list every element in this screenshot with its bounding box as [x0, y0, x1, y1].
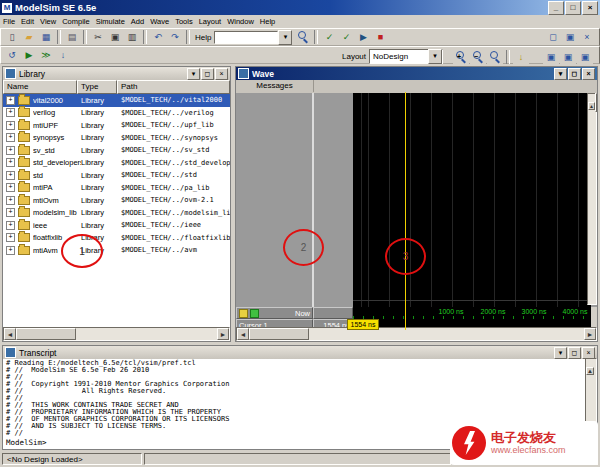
scroll-thumb[interactable] [16, 328, 76, 340]
transcript-prompt[interactable]: ModelSim> [6, 438, 47, 447]
scroll-left-icon[interactable]: ◄ [237, 328, 249, 340]
wave-vscrollbar[interactable]: ▲ [587, 93, 597, 305]
column-header-path[interactable]: Path [117, 80, 230, 94]
expand-icon[interactable]: + [6, 171, 15, 180]
zoom-in-icon[interactable]: + [453, 49, 469, 65]
wave-pane-icon-2[interactable]: ▣ [560, 49, 576, 65]
expand-icon[interactable]: + [6, 208, 15, 217]
find-cursor-icon[interactable]: ↓ [513, 49, 529, 65]
copy-icon[interactable]: ▣ [107, 29, 123, 45]
help-search-input[interactable] [214, 31, 278, 44]
scroll-right-icon[interactable]: ► [584, 328, 596, 340]
menu-tools[interactable]: Tools [172, 15, 196, 28]
layout-combobox[interactable]: NoDesign ▾ [369, 49, 443, 64]
scroll-left-icon[interactable]: ◄ [4, 328, 16, 340]
library-row-vital2000[interactable]: +vital2000Library$MODEL_TECH/../vital200… [3, 94, 230, 107]
wave-pane-icon-1[interactable]: ▣ [543, 49, 559, 65]
minimize-icon[interactable]: _ [548, 1, 564, 15]
transcript-dock-icon[interactable]: ▾ [554, 347, 567, 359]
expand-icon[interactable]: + [6, 121, 15, 130]
print-icon[interactable]: ▤ [64, 29, 80, 45]
wave-close-icon[interactable]: × [582, 68, 595, 80]
library-row-verilog[interactable]: +verilogLibrary$MODEL_TECH/../verilog [3, 107, 230, 120]
library-close-icon[interactable]: × [215, 68, 228, 80]
zoom-full-icon[interactable] [487, 49, 503, 65]
library-hscrollbar[interactable]: ◄ ► [3, 327, 230, 341]
wave-restore-icon[interactable]: ◻ [568, 68, 581, 80]
library-row-synopsys[interactable]: +synopsysLibrary$MODEL_TECH/../synopsys [3, 132, 230, 145]
expand-icon[interactable]: + [6, 158, 15, 167]
wave-dock-icon[interactable]: ▾ [554, 68, 567, 80]
cut-icon[interactable]: ✂ [90, 29, 106, 45]
dock-icon[interactable]: ◻ [545, 29, 561, 45]
menu-view[interactable]: View [37, 15, 59, 28]
expand-icon[interactable]: + [6, 183, 15, 192]
scroll-up-icon[interactable]: ▲ [586, 367, 594, 375]
scroll-thumb[interactable] [249, 328, 309, 340]
scroll-thumb[interactable] [595, 93, 597, 112]
menu-compile[interactable]: Compile [59, 15, 93, 28]
wave-signal-names-column[interactable] [236, 93, 314, 307]
scroll-up-icon[interactable]: ▲ [588, 102, 595, 110]
library-row-ieee[interactable]: +ieeeLibrary$MODEL_TECH/../ieee [3, 219, 230, 232]
expand-icon[interactable]: + [6, 233, 15, 242]
menu-simulate[interactable]: Simulate [93, 15, 128, 28]
continue-run-icon[interactable]: ≫ [38, 47, 54, 63]
layout-dropdown-icon[interactable]: ▾ [428, 49, 442, 64]
zoom-out-icon[interactable]: − [470, 49, 486, 65]
maximize-pane-icon[interactable]: ▣ [562, 29, 578, 45]
library-pane-header[interactable]: Library ▾ ◻ × [3, 67, 230, 80]
wave-cursor-time-box[interactable]: 1554 ns [347, 319, 379, 330]
close-pane-icon[interactable]: × [579, 29, 595, 45]
menu-add[interactable]: Add [128, 15, 147, 28]
expand-icon[interactable]: + [6, 196, 15, 205]
menu-wave[interactable]: Wave [147, 15, 172, 28]
simulate-icon[interactable]: ▶ [355, 29, 371, 45]
wave-pane-header[interactable]: Wave ▾ ◻ × [236, 67, 597, 80]
wave-hscrollbar[interactable]: ◄ ► [236, 327, 597, 341]
waveform-canvas[interactable] [353, 93, 591, 307]
library-row-mtiPA[interactable]: +mtiPALibrary$MODEL_TECH/../pa_lib [3, 182, 230, 195]
scroll-right-icon[interactable]: ► [217, 328, 229, 340]
menu-window[interactable]: Window [224, 15, 257, 28]
library-row-mtiAvm[interactable]: +mtiAvmLibrary$MODEL_TECH/../avm [3, 244, 230, 257]
library-row-std_developerskit[interactable]: +std_developerskitLibrary$MODEL_TECH/../… [3, 157, 230, 170]
expand-icon[interactable]: + [6, 133, 15, 142]
save-icon[interactable]: ▦ [38, 29, 54, 45]
maximize-icon[interactable]: □ [565, 1, 581, 15]
transcript-restore-icon[interactable]: ◻ [568, 347, 581, 359]
library-row-modelsim_lib[interactable]: +modelsim_libLibrary$MODEL_TECH/../model… [3, 207, 230, 220]
break-icon[interactable]: ■ [372, 29, 388, 45]
column-header-type[interactable]: Type [77, 80, 117, 94]
library-restore-icon[interactable]: ◻ [201, 68, 214, 80]
menu-help[interactable]: Help [257, 15, 278, 28]
wave-cursor-line[interactable] [405, 92, 406, 330]
expand-icon[interactable]: + [6, 108, 15, 117]
expand-icon[interactable]: + [6, 96, 15, 105]
library-row-floatfixlib[interactable]: +floatfixlibLibrary$MODEL_TECH/../floatf… [3, 232, 230, 245]
new-document-icon[interactable]: ▯ [4, 29, 20, 45]
open-folder-icon[interactable]: ▰ [21, 29, 37, 45]
step-icon[interactable]: ↓ [55, 47, 71, 63]
title-bar[interactable]: M ModelSim SE 6.5e _ □ × [0, 0, 600, 15]
cursor-list-icon[interactable] [239, 309, 248, 318]
compile-all-icon[interactable]: ✓ [338, 29, 354, 45]
expand-icon[interactable]: + [6, 221, 15, 230]
library-dock-icon[interactable]: ▾ [187, 68, 200, 80]
expand-icon[interactable]: + [6, 146, 15, 155]
column-header-name[interactable]: Name [3, 80, 77, 94]
menu-file[interactable]: File [0, 15, 18, 28]
library-row-std[interactable]: +stdLibrary$MODEL_TECH/../std [3, 169, 230, 182]
wave-signal-values-column[interactable] [314, 93, 353, 307]
expand-icon[interactable]: + [6, 246, 15, 255]
paste-icon[interactable]: ▥ [124, 29, 140, 45]
transcript-close-icon[interactable]: × [582, 347, 595, 359]
lock-cursor-icon[interactable] [250, 309, 259, 318]
library-row-mtiOvm[interactable]: +mtiOvmLibrary$MODEL_TECH/../ovm-2.1 [3, 194, 230, 207]
time-ruler[interactable]: 1000 ns2000 ns3000 ns4000 ns [353, 307, 591, 319]
redo-icon[interactable]: ↷ [167, 29, 183, 45]
messages-column-header[interactable]: Messages [236, 80, 314, 92]
library-row-sv_std[interactable]: +sv_stdLibrary$MODEL_TECH/../sv_std [3, 144, 230, 157]
find-icon[interactable] [295, 29, 311, 45]
restart-icon[interactable]: ↺ [4, 47, 20, 63]
